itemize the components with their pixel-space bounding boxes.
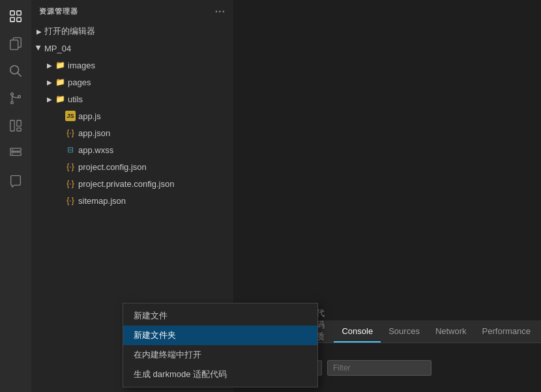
open-terminal-label: 在内建终端中打开 <box>134 349 201 361</box>
pages-folder-icon: 📁 <box>55 77 65 87</box>
images-label: images <box>68 61 233 70</box>
projectconfig-label: project.config.json <box>78 162 233 172</box>
open-editors-label: 打开的编辑器 <box>44 25 233 37</box>
mp04-section[interactable]: ▶ MP_04 <box>31 40 233 57</box>
appwxss-icon: ⊟ <box>65 145 76 155</box>
appjs-label: app.js <box>78 111 233 121</box>
open-editors-section[interactable]: ▶ 打开的编辑器 <box>31 23 233 40</box>
images-chevron: ▶ <box>44 60 55 70</box>
pages-chevron: ▶ <box>44 77 55 87</box>
appjson-label: app.json <box>78 128 233 138</box>
projectprivate-label: project.private.config.json <box>78 179 233 189</box>
svg-rect-1 <box>17 11 21 15</box>
tab-performance[interactable]: Performance <box>475 320 538 343</box>
svg-rect-2 <box>10 18 14 21</box>
svg-rect-0 <box>10 11 14 15</box>
svg-rect-16 <box>10 152 22 156</box>
tab-network[interactable]: Network <box>428 320 475 343</box>
projectconfig-file[interactable]: {·} project.config.json <box>31 158 233 175</box>
svg-point-8 <box>11 93 14 96</box>
server-icon[interactable] <box>5 142 27 164</box>
appwxss-label: app.wxss <box>78 145 233 155</box>
sidebar-title: 资源管理器 <box>39 7 78 16</box>
sidebar-more-button[interactable]: ··· <box>215 6 226 18</box>
projectconfig-icon: {·} <box>65 161 76 172</box>
mp04-chevron: ▶ <box>34 43 44 53</box>
activity-bar <box>0 0 31 392</box>
svg-rect-14 <box>17 128 21 132</box>
svg-point-18 <box>12 153 14 154</box>
images-folder-icon: 📁 <box>55 60 65 70</box>
appjson-icon: {·} <box>65 128 76 138</box>
sidebar-header: 资源管理器 ··· <box>31 0 233 23</box>
projectprivate-icon: {·} <box>65 178 76 189</box>
branch-icon[interactable] <box>5 87 27 109</box>
appjs-icon: JS <box>65 111 76 121</box>
context-menu: 新建文件 新建文件夹 在内建终端中打开 生成 darkmode 适配代码 <box>123 303 318 387</box>
darkmode-label: 生成 darkmode 适配代码 <box>134 369 227 380</box>
sitemap-file[interactable]: {·} sitemap.json <box>31 192 233 209</box>
svg-rect-5 <box>10 40 18 50</box>
utils-label: utils <box>68 94 233 104</box>
svg-point-9 <box>11 102 14 104</box>
svg-rect-12 <box>10 120 14 132</box>
wechat-icon[interactable] <box>5 169 27 191</box>
context-new-file[interactable]: 新建文件 <box>123 306 317 326</box>
sitemap-icon: {·} <box>65 195 76 206</box>
explorer-icon[interactable] <box>5 5 27 27</box>
utils-folder[interactable]: ▶ 📁 utils <box>31 91 233 107</box>
appjson-file[interactable]: {·} app.json <box>31 124 233 141</box>
grid-icon[interactable] <box>5 115 27 137</box>
images-folder[interactable]: ▶ 📁 images <box>31 57 233 74</box>
appjs-file[interactable]: JS app.js <box>31 107 233 124</box>
svg-point-17 <box>12 149 14 150</box>
svg-rect-13 <box>17 120 21 126</box>
context-open-terminal[interactable]: 在内建终端中打开 <box>123 345 317 365</box>
svg-line-7 <box>18 73 21 76</box>
tab-console[interactable]: Console <box>334 320 381 343</box>
new-file-label: 新建文件 <box>134 310 168 322</box>
sitemap-label: sitemap.json <box>78 196 233 206</box>
editor-area <box>233 0 541 320</box>
appwxss-file[interactable]: ⊟ app.wxss <box>31 141 233 158</box>
tab-sources[interactable]: Sources <box>381 320 428 343</box>
svg-rect-3 <box>17 18 21 21</box>
pages-label: pages <box>68 77 233 87</box>
context-new-folder[interactable]: 新建文件夹 <box>123 326 317 345</box>
pages-folder[interactable]: ▶ 📁 pages <box>31 74 233 91</box>
open-editors-chevron: ▶ <box>34 26 44 36</box>
filter-input[interactable] <box>327 360 431 376</box>
mp04-label: MP_04 <box>44 44 233 53</box>
search-icon[interactable] <box>5 60 27 82</box>
copy-icon[interactable] <box>5 33 27 55</box>
context-darkmode[interactable]: 生成 darkmode 适配代码 <box>123 365 317 384</box>
utils-folder-icon: 📁 <box>55 94 65 104</box>
utils-chevron: ▶ <box>44 94 55 104</box>
new-folder-label: 新建文件夹 <box>134 329 176 341</box>
svg-rect-15 <box>10 148 22 152</box>
projectprivate-file[interactable]: {·} project.private.config.json <box>31 175 233 192</box>
